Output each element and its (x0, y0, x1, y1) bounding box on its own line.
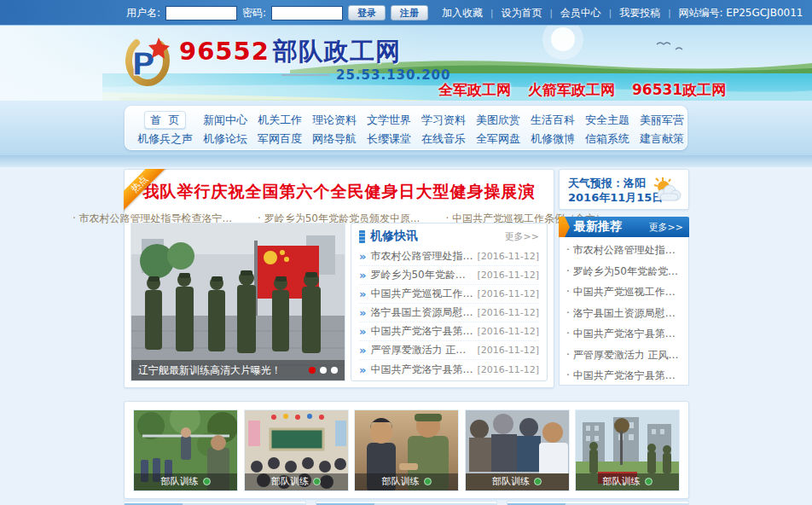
nav-item-news-center[interactable]: 新闻中心 (198, 112, 252, 128)
recommend-link[interactable]: · 市农村公路管理处指导检查洛宁... (566, 240, 682, 261)
recommend-row: · 市农村公路管理处指导检查洛宁... (566, 240, 682, 261)
password-input[interactable] (271, 6, 343, 20)
news-more-link[interactable]: 更多>> (505, 230, 539, 243)
news-link[interactable]: 严管厚爱激活力 正风肃纪促发展 (370, 343, 473, 357)
partner-links: 全军政工网 火箭军政工网 96531政工网 (438, 80, 726, 100)
nav-item-music[interactable]: 在线音乐 (416, 131, 471, 147)
gallery-card[interactable]: 部队训练 (465, 409, 570, 491)
topbar-link-homepage[interactable]: 设为首页 (501, 6, 542, 20)
nav-item-office-work[interactable]: 机关工作 (252, 112, 307, 128)
nav-item-weibo[interactable]: 机修微博 (525, 131, 580, 147)
news-link[interactable]: 中国共产党巡视工作条例（全文） (370, 287, 473, 301)
topbar-links: 加入收藏 | 设为首页 | 会员中心 | 我要投稿 | 网站编号: EP25GC… (442, 0, 803, 26)
recommend-link[interactable]: · 罗岭乡为50年党龄党员颁发中原... (566, 261, 682, 282)
nav-item-camp[interactable]: 美丽军营 (635, 112, 689, 128)
nav-item-literature[interactable]: 文学世界 (362, 112, 416, 128)
news-panel: 机修快讯 更多>> » 市农村公路管理处指导检查洛宁... [2016-11-1… (351, 223, 548, 381)
login-button[interactable]: 登录 (348, 5, 386, 20)
gallery-caption: 部队训练 (382, 475, 420, 488)
news-link[interactable]: 中国共产党洛宁县第十二次代表... (370, 363, 473, 377)
hot-ribbon-icon: 热点 (124, 169, 168, 213)
news-row: » 严管厚爱激活力 正风肃纪促发展 [2016-11-12] (359, 341, 539, 360)
site-number: 96552 (179, 37, 270, 66)
nav-item-life[interactable]: 生活百科 (525, 112, 580, 128)
topbar-link-submit[interactable]: 我要投稿 (619, 6, 660, 20)
slider-photo (131, 223, 345, 381)
gallery-card[interactable]: 部队训练 (133, 409, 238, 491)
link-huojianjun-zhenggong[interactable]: 火箭军政工网 (528, 80, 615, 100)
link-quanjun-zhenggong[interactable]: 全军政工网 (438, 80, 511, 100)
news-link[interactable]: 洛宁县国土资源局慰问50年党龄... (370, 305, 473, 320)
headline-panel: 热点 我队举行庆祝全国第六个全民健身日大型健身操展演 · 市农村公路管理处指导检… (124, 169, 554, 388)
topbar-link-favorites[interactable]: 加入收藏 (442, 6, 483, 20)
nav-item-study[interactable]: 学习资料 (416, 112, 471, 128)
separator: | (549, 9, 552, 18)
recommend-link[interactable]: · 洛宁县国土资源局慰问50年党龄... (566, 303, 682, 324)
news-link[interactable]: 罗岭乡为50年党龄党员颁发中原... (370, 268, 473, 282)
double-chevron-icon: » (359, 325, 366, 338)
nav-item-suggestions[interactable]: 建言献策 (635, 131, 689, 147)
card-logo-icon (424, 478, 432, 485)
register-button[interactable]: 注册 (391, 5, 428, 20)
nav-item-classroom[interactable]: 长缨课堂 (362, 131, 416, 147)
main-area: 热点 我队举行庆祝全国第六个全民健身日大型健身操展演 · 市农村公路管理处指导检… (0, 167, 812, 505)
site-title: 96552部队政工网 (179, 38, 450, 65)
main-nav: 首 页 新闻中心 机关工作 理论资料 文学世界 学习资料 美图欣赏 生活百科 安… (125, 106, 687, 150)
nav-item-gallery[interactable]: 美图欣赏 (471, 112, 525, 128)
news-link[interactable]: 中国共产党洛宁县第十二次代表... (370, 324, 473, 339)
recommend-more-link[interactable]: 更多>> (649, 221, 683, 234)
slider-dot-3[interactable] (331, 367, 338, 374)
nav-divider-strip (0, 155, 812, 167)
separator: | (609, 9, 612, 18)
nav-item-netdisk[interactable]: 全军网盘 (471, 131, 525, 147)
recommend-link[interactable]: · 中国共产党巡视工作条例（全文） (566, 282, 682, 303)
gallery-caption-bar: 部队训练 (245, 473, 348, 490)
double-chevron-icon: » (359, 306, 366, 319)
logo-row: P 96552部队政工网 25.53.130.200 (125, 36, 450, 89)
news-date: [2016-11-12] (477, 345, 539, 356)
news-row: » 罗岭乡为50年党龄党员颁发中原... [2016-11-12] (359, 266, 539, 285)
next-section-row (124, 501, 689, 505)
recommend-link[interactable]: · 中国共产党洛宁县第十二次代表... (566, 365, 682, 386)
gallery-caption-bar: 部队训练 (134, 473, 237, 490)
username-input[interactable] (165, 6, 237, 20)
nav-item-home[interactable]: 首 页 (144, 111, 185, 129)
site-ip: 25.53.130.200 (179, 67, 450, 83)
nav-item-forum[interactable]: 机修论坛 (198, 131, 252, 147)
news-link[interactable]: 市农村公路管理处指导检查洛宁... (370, 249, 473, 264)
slider-dot-2[interactable] (320, 367, 327, 374)
gallery-caption: 部队训练 (161, 475, 199, 488)
slider-caption: 辽宁舰最新训练高清大片曝光！ (138, 363, 309, 378)
gallery-card[interactable]: 部队训练 (575, 409, 680, 491)
link-96531-zhenggong[interactable]: 96531政工网 (632, 80, 726, 100)
gallery-card[interactable]: 部队训练 (244, 409, 349, 491)
next-panel-stub (316, 501, 498, 505)
login-area: 用户名: 密码: 登录 注册 (126, 0, 428, 26)
nav-item-navigation[interactable]: 网络导航 (307, 131, 362, 147)
double-chevron-icon: » (359, 287, 366, 300)
recommend-link[interactable]: · 中国共产党洛宁县第十二次代表... (566, 323, 682, 345)
slider-dot-1[interactable] (309, 367, 316, 374)
nav-item-soldier-voice[interactable]: 机修兵之声 (132, 131, 198, 147)
nav-item-theory[interactable]: 理论资料 (307, 112, 362, 128)
nav-item-mailbox[interactable]: 信箱系统 (580, 131, 635, 147)
nav-item-baidu[interactable]: 军网百度 (252, 131, 307, 147)
photo-slider[interactable]: 辽宁舰最新训练高清大片曝光！ (130, 223, 345, 381)
gallery-card[interactable]: 部队训练 (354, 409, 459, 491)
topbar-link-member-center[interactable]: 会员中心 (560, 6, 601, 20)
gallery-caption-bar: 部队训练 (355, 473, 458, 490)
news-row: » 洛宁县国土资源局慰问50年党龄... [2016-11-12] (359, 304, 539, 322)
gallery-caption-bar: 部队训练 (576, 473, 679, 490)
recommend-link[interactable]: · 严管厚爱激活力 正风肃纪促发展 (566, 345, 682, 366)
sun-cloud-icon (651, 177, 682, 202)
username-label: 用户名: (126, 6, 160, 20)
slider-dots (309, 367, 338, 374)
double-chevron-icon: » (359, 363, 366, 376)
card-logo-icon (203, 478, 211, 485)
news-row: » 市农村公路管理处指导检查洛宁... [2016-11-12] (359, 247, 539, 266)
news-row: » 中国共产党洛宁县第十二次代表... [2016-11-12] (359, 322, 539, 341)
nav-item-safety[interactable]: 安全主题 (580, 112, 635, 128)
double-chevron-icon: » (359, 269, 366, 282)
gallery-caption: 部队训练 (603, 475, 641, 488)
headline-title[interactable]: 我队举行庆祝全国第六个全民健身日大型健身操展演 (125, 181, 554, 203)
